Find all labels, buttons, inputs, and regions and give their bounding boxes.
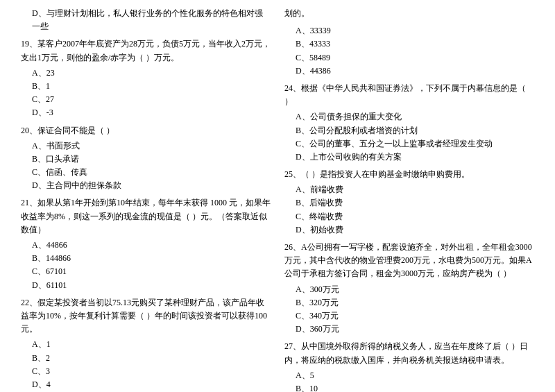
option-21-a: A、44866: [21, 239, 271, 252]
question-block-prev-end: 划的。: [284, 7, 534, 20]
option-26-b: B、320万元: [284, 296, 534, 309]
option-22-b: B、2: [21, 352, 271, 365]
option-26-a: A、300万元: [284, 283, 534, 296]
question-text-22: 22、假定某投资者当初以75.13元购买了某种理财产品，该产品年收益率为10%，…: [21, 296, 271, 336]
option-25-c: C、终端收费: [284, 210, 534, 223]
question-text-21: 21、如果从第1年开始到第10年结束，每年年末获得 1000 元，如果年收益率为…: [21, 196, 271, 237]
option-20-d: D、主合同中的担保条款: [21, 179, 271, 192]
question-block-24: 24、根据《中华人民共和国证券法》，下列不属于内幕信息的是（ ） A、公司债务担…: [284, 82, 534, 164]
right-column: 划的。 A、33339 B、43333 C、58489 D、44386 24、根…: [284, 7, 534, 392]
option-prev-b: B、43333: [284, 37, 534, 51]
option-21-b: B、144866: [21, 252, 271, 265]
left-column: D、与理财计划相比，私人银行业务的个性化服务的特色相对强一些 19、某客户200…: [21, 7, 271, 392]
question-block-prev-options: A、33339 B、43333 C、58489 D、44386: [284, 24, 534, 78]
option-prev-a: A、33339: [284, 24, 534, 37]
option-27-a: A、5: [284, 369, 534, 382]
question-block-25: 25、（ ）是指投资人在申购基金时缴纳申购费用。 A、前端收费 B、后端收费 C…: [284, 168, 534, 237]
option-prev-c: C、58489: [284, 51, 534, 65]
option-24-d: D、上市公司收购的有关方案: [284, 151, 534, 164]
option-21-d: D、61101: [21, 279, 271, 292]
option-24-c: C、公司的董事、五分之一以上监事或者经理发生变动: [284, 137, 534, 151]
option-20-b: B、口头承诺: [21, 153, 271, 166]
question-block-22: 22、假定某投资者当初以75.13元购买了某种理财产品，该产品年收益率为10%，…: [21, 296, 271, 391]
question-text-27: 27、从中国境外取得所得的纳税义务人，应当在年度终了后（ ）日内，将应纳的税款缴…: [284, 340, 534, 366]
question-text-24: 24、根据《中华人民共和国证券法》，下列不属于内幕信息的是（ ）: [284, 82, 534, 108]
option-24-a: A、公司债务担保的重大变化: [284, 110, 534, 123]
two-column-layout: D、与理财计划相比，私人银行业务的个性化服务的特色相对强一些 19、某客户200…: [21, 7, 534, 392]
option-25-b: B、后端收费: [284, 196, 534, 210]
option-22-c: C、3: [21, 365, 271, 378]
question-block-21: 21、如果从第1年开始到第10年结束，每年年末获得 1000 元，如果年收益率为…: [21, 196, 271, 291]
option-27-b: B、10: [284, 382, 534, 392]
question-block-d-prev: D、与理财计划相比，私人银行业务的个性化服务的特色相对强一些: [21, 7, 271, 33]
option-19-b: B、1: [21, 80, 271, 93]
option-24-b: B、公司分配股利或者增资的计划: [284, 124, 534, 137]
option-19-c: C、27: [21, 93, 271, 106]
option-19-d: D、-3: [21, 106, 271, 119]
option-d-prev: D、与理财计划相比，私人银行业务的个性化服务的特色相对强一些: [21, 7, 271, 33]
option-22-d: D、4: [21, 378, 271, 391]
question-block-19: 19、某客户2007年年底资产为28万元，负债5万元，当年收入2万元，支出1万元…: [21, 37, 271, 119]
option-19-a: A、23: [21, 67, 271, 80]
question-block-26: 26、A公司拥有一写字楼，配套设施齐全，对外出租，全年租金3000万元，其中含代…: [284, 241, 534, 336]
question-text-25: 25、（ ）是指投资人在申购基金时缴纳申购费用。: [284, 168, 534, 181]
question-block-20: 20、保证合同不能是（ ） A、书面形式 B、口头承诺 C、信函、传真 D、主合…: [21, 124, 271, 193]
page-container: D、与理财计划相比，私人银行业务的个性化服务的特色相对强一些 19、某客户200…: [21, 7, 534, 392]
option-26-c: C、340万元: [284, 309, 534, 323]
option-21-c: C、67101: [21, 265, 271, 278]
question-text-20: 20、保证合同不能是（ ）: [21, 124, 271, 137]
option-20-a: A、书面形式: [21, 139, 271, 153]
question-text-26: 26、A公司拥有一写字楼，配套设施齐全，对外出租，全年租金3000万元，其中含代…: [284, 241, 534, 281]
option-20-c: C、信函、传真: [21, 166, 271, 179]
question-text-prev-end: 划的。: [284, 7, 534, 20]
option-26-d: D、360万元: [284, 323, 534, 336]
option-22-a: A、1: [21, 338, 271, 351]
question-text-19: 19、某客户2007年年底资产为28万元，负债5万元，当年收入2万元，支出1万元…: [21, 37, 271, 64]
option-25-a: A、前端收费: [284, 183, 534, 196]
option-prev-d: D、44386: [284, 65, 534, 78]
option-25-d: D、初始收费: [284, 223, 534, 237]
question-block-27: 27、从中国境外取得所得的纳税义务人，应当在年度终了后（ ）日内，将应纳的税款缴…: [284, 340, 534, 392]
